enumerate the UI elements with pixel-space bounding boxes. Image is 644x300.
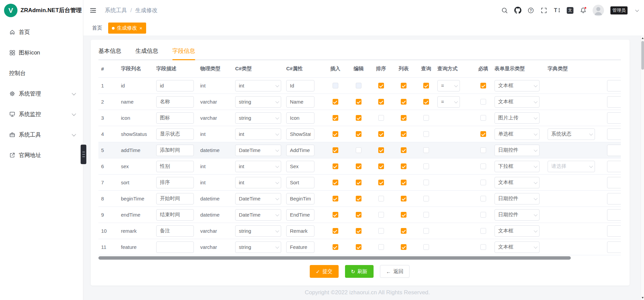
sort-checkbox[interactable] — [378, 196, 384, 201]
required-checkbox[interactable] — [480, 131, 486, 137]
sidebar-item-home[interactable]: 首页 — [0, 22, 83, 42]
submit-button[interactable]: ✓ 提交 — [310, 265, 339, 278]
display-type-select[interactable]: 日期控件 — [495, 209, 540, 221]
vertical-scrollbar[interactable] — [641, 36, 644, 300]
required-checkbox[interactable] — [480, 99, 486, 105]
query-checkbox[interactable] — [423, 147, 429, 153]
insert-checkbox[interactable] — [333, 131, 338, 137]
extra-input[interactable] — [607, 96, 621, 108]
sidebar-item-console[interactable]: 控制台 — [0, 63, 83, 83]
edit-checkbox[interactable] — [356, 115, 361, 121]
required-checkbox[interactable] — [480, 212, 486, 218]
extra-input[interactable] — [607, 161, 621, 172]
list-checkbox[interactable] — [401, 212, 406, 218]
csharp-property-input[interactable] — [286, 177, 314, 188]
github-icon[interactable] — [514, 7, 521, 14]
required-checkbox[interactable] — [480, 147, 486, 153]
display-type-select[interactable]: 文本框 — [495, 225, 540, 237]
dict-type-select[interactable]: 系统状态 — [548, 128, 595, 140]
tab-field-info[interactable]: 字段信息 — [172, 47, 195, 60]
sort-checkbox[interactable] — [378, 163, 384, 169]
edit-checkbox[interactable] — [356, 83, 361, 88]
query-checkbox[interactable] — [423, 131, 429, 137]
extra-input[interactable] — [607, 193, 621, 204]
language-icon[interactable]: 文 — [566, 7, 574, 14]
extra-input[interactable] — [607, 177, 621, 188]
insert-checkbox[interactable] — [333, 228, 338, 234]
scrollbar-thumb[interactable] — [641, 41, 644, 70]
required-checkbox[interactable] — [480, 244, 486, 250]
column-desc-input[interactable] — [156, 193, 194, 204]
edit-checkbox[interactable] — [356, 228, 361, 234]
column-desc-input[interactable] — [156, 209, 194, 221]
display-type-select[interactable]: 图片上传 — [495, 112, 540, 124]
settings-drawer-handle[interactable] — [81, 145, 86, 164]
list-checkbox[interactable] — [401, 244, 406, 250]
extra-input[interactable] — [607, 128, 621, 140]
tab-generate-info[interactable]: 生成信息 — [135, 47, 158, 60]
list-checkbox[interactable] — [401, 115, 406, 121]
csharp-type-select[interactable]: int — [235, 161, 281, 172]
query-checkbox[interactable] — [423, 163, 429, 169]
edit-checkbox[interactable] — [356, 163, 361, 169]
csharp-type-select[interactable]: string — [235, 96, 281, 108]
csharp-type-select[interactable]: string — [235, 112, 281, 124]
display-type-select[interactable]: 文本框 — [495, 241, 540, 253]
column-desc-input[interactable] — [156, 80, 194, 91]
logo-row[interactable]: V ZRAdmin.NET后台管理 — [0, 0, 83, 21]
horizontal-scrollbar[interactable] — [98, 256, 571, 260]
query-type-select[interactable]: = — [437, 96, 460, 108]
csharp-type-select[interactable]: DateTime — [235, 145, 281, 156]
display-type-select[interactable]: 文本框 — [495, 96, 540, 108]
insert-checkbox[interactable] — [333, 163, 338, 169]
query-checkbox[interactable] — [423, 180, 429, 185]
extra-input[interactable] — [607, 241, 621, 253]
required-checkbox[interactable] — [480, 180, 486, 185]
chevron-down-icon[interactable] — [635, 8, 639, 11]
username-badge[interactable]: 管理员 — [610, 6, 628, 14]
sort-checkbox[interactable] — [378, 83, 384, 88]
tag-active[interactable]: 生成修改 × — [108, 23, 146, 34]
edit-checkbox[interactable] — [356, 131, 361, 137]
list-checkbox[interactable] — [401, 180, 406, 185]
required-checkbox[interactable] — [480, 163, 486, 169]
display-type-select[interactable]: 日期控件 — [495, 145, 540, 156]
csharp-property-input[interactable] — [286, 80, 314, 91]
list-checkbox[interactable] — [401, 228, 406, 234]
csharp-type-select[interactable]: string — [235, 241, 281, 253]
dict-type-select[interactable]: 请选择 — [548, 161, 595, 172]
sidebar-item-system-monitor[interactable]: 系统监控 — [0, 104, 83, 124]
sidebar-item-icons[interactable]: 图标icon — [0, 42, 83, 63]
fullscreen-icon[interactable] — [540, 7, 548, 14]
display-type-select[interactable]: 下拉框 — [495, 161, 540, 172]
insert-checkbox[interactable] — [333, 115, 338, 121]
column-desc-input[interactable] — [156, 161, 194, 172]
column-desc-input[interactable] — [156, 225, 194, 237]
extra-input[interactable] — [607, 225, 621, 237]
edit-checkbox[interactable] — [356, 180, 361, 185]
query-checkbox[interactable] — [423, 115, 429, 121]
insert-checkbox[interactable] — [333, 244, 338, 250]
query-checkbox[interactable] — [423, 83, 429, 88]
csharp-type-select[interactable]: int — [235, 177, 281, 188]
sort-checkbox[interactable] — [378, 99, 384, 105]
avatar[interactable] — [593, 5, 604, 16]
tab-basic-info[interactable]: 基本信息 — [98, 47, 121, 60]
breadcrumb-item[interactable]: 系统工具 — [105, 7, 127, 14]
sort-checkbox[interactable] — [378, 228, 384, 234]
list-checkbox[interactable] — [401, 147, 406, 153]
display-type-select[interactable]: 日期控件 — [495, 193, 540, 204]
query-type-select[interactable]: = — [437, 80, 460, 91]
csharp-property-input[interactable] — [286, 96, 314, 108]
collapse-sidebar-icon[interactable] — [89, 7, 97, 14]
display-type-select[interactable]: 单选框 — [495, 128, 540, 140]
font-size-icon[interactable]: T — [553, 7, 561, 14]
refresh-button[interactable]: ↻ 刷新 — [345, 265, 374, 278]
query-checkbox[interactable] — [423, 244, 429, 250]
csharp-property-input[interactable] — [286, 161, 314, 172]
edit-checkbox[interactable] — [356, 99, 361, 105]
search-icon[interactable] — [501, 7, 508, 14]
required-checkbox[interactable] — [480, 196, 486, 201]
list-checkbox[interactable] — [401, 83, 406, 88]
column-desc-input[interactable] — [156, 112, 194, 124]
